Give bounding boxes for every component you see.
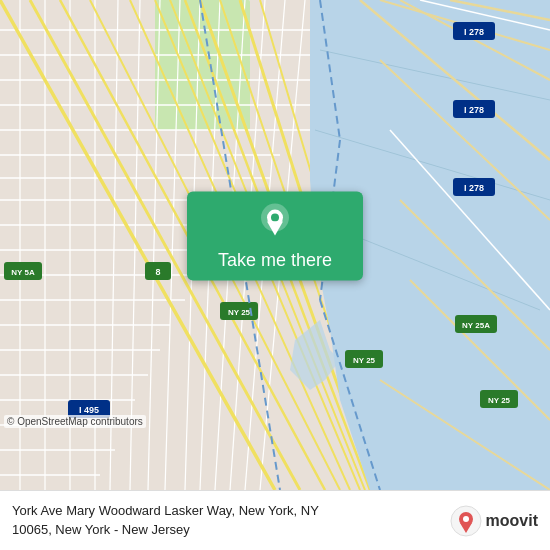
svg-text:NY 5A: NY 5A [11, 268, 35, 277]
osm-credit: © OpenStreetMap contributors [4, 415, 146, 428]
moovit-logo: moovit [450, 505, 538, 537]
moovit-icon [450, 505, 482, 537]
bottom-bar: York Ave Mary Woodward Lasker Way, New Y… [0, 490, 550, 550]
button-label: Take me there [218, 250, 332, 271]
svg-text:NY 25: NY 25 [353, 356, 376, 365]
button-overlay: Take me there [187, 192, 363, 281]
svg-text:NY 25: NY 25 [488, 396, 511, 405]
svg-text:I 278: I 278 [464, 183, 484, 193]
address-text: York Ave Mary Woodward Lasker Way, New Y… [12, 502, 440, 538]
take-me-there-button[interactable]: Take me there [187, 192, 363, 281]
svg-text:I 278: I 278 [464, 27, 484, 37]
svg-text:8: 8 [155, 267, 160, 277]
location-pin-icon [257, 202, 293, 244]
svg-text:I 495: I 495 [79, 405, 99, 415]
svg-text:I 278: I 278 [464, 105, 484, 115]
svg-text:NY 25A: NY 25A [462, 321, 490, 330]
svg-point-88 [271, 214, 279, 222]
svg-text:NY 25: NY 25 [228, 308, 251, 317]
map-container: I 278 I 278 I 278 NY 5A 8 NY 25 NY 25 NY… [0, 0, 550, 490]
moovit-text: moovit [486, 512, 538, 530]
svg-point-93 [463, 516, 469, 522]
